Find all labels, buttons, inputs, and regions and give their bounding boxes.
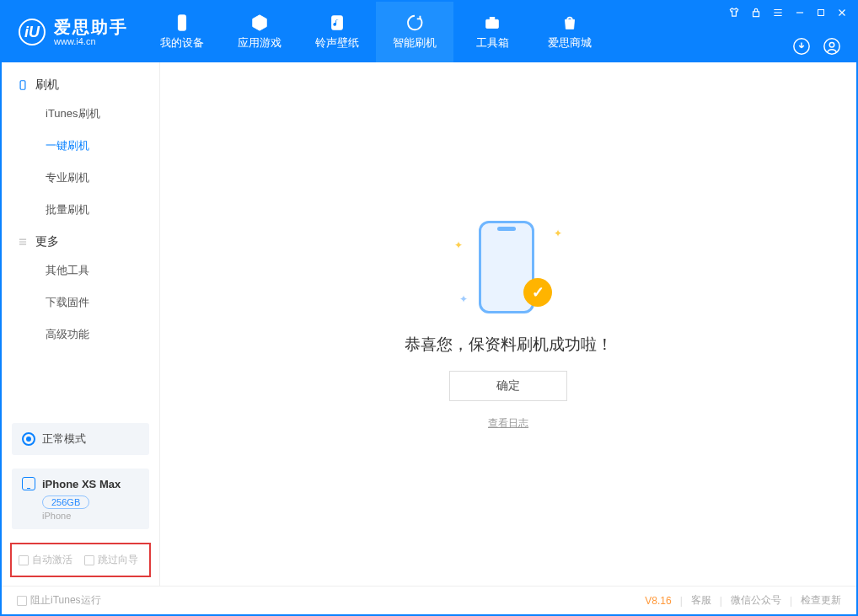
menu-icon[interactable] — [772, 7, 784, 19]
device-name: iPhone XS Max — [42, 478, 121, 490]
svg-rect-5 — [818, 10, 824, 16]
header-action-icons — [792, 37, 848, 56]
svg-rect-2 — [486, 19, 499, 28]
nav-tab-store[interactable]: 爱思商城 — [531, 2, 609, 62]
sidebar-item-pro-flash[interactable]: 专业刷机 — [2, 162, 159, 194]
sidebar-group-title: 刷机 — [35, 78, 59, 93]
sparkle-icon: ✦ — [454, 239, 463, 251]
sidebar: 刷机 iTunes刷机 一键刷机 专业刷机 批量刷机 更多 其他工具 下载固件 … — [2, 62, 160, 586]
nav-tab-ringtones-wallpapers[interactable]: 铃声壁纸 — [298, 2, 376, 62]
nav-tab-apps-games[interactable]: 应用游戏 — [221, 2, 298, 62]
separator: | — [790, 595, 792, 607]
version-label: V8.16 — [645, 595, 671, 607]
svg-rect-3 — [490, 18, 495, 20]
footer-link-support[interactable]: 客服 — [691, 593, 711, 608]
footer-right: V8.16 | 客服 | 微信公众号 | 检查更新 — [645, 593, 841, 608]
view-log-link[interactable]: 查看日志 — [488, 416, 528, 431]
checkbox-label: 阻止iTunes运行 — [30, 593, 101, 608]
ok-button[interactable]: 确定 — [449, 371, 567, 401]
status-label: 正常模式 — [42, 431, 86, 447]
success-message: 恭喜您，保资料刷机成功啦！ — [405, 334, 613, 356]
footer-left: 阻止iTunes运行 — [17, 593, 101, 608]
lock-icon[interactable] — [750, 7, 762, 19]
device-icon — [22, 477, 35, 490]
maximize-button[interactable] — [816, 7, 826, 19]
svg-rect-1 — [332, 16, 343, 30]
device-type: iPhone — [42, 511, 139, 521]
checkbox-label: 自动激活 — [32, 553, 72, 567]
main-panel: ✦ ✦ ✦ ✓ 恭喜您，保资料刷机成功啦！ 确定 查看日志 — [160, 62, 856, 586]
sparkle-icon: ✦ — [459, 293, 468, 305]
svg-rect-9 — [20, 81, 25, 90]
close-button[interactable] — [836, 7, 848, 19]
nav-tabs: 我的设备 应用游戏 铃声壁纸 智能刷机 工具箱 爱思商城 — [143, 2, 609, 62]
svg-point-7 — [824, 39, 839, 54]
sidebar-item-itunes-flash[interactable]: iTunes刷机 — [2, 98, 159, 130]
separator: | — [720, 595, 722, 607]
success-illustration: ✦ ✦ ✦ ✓ — [449, 217, 567, 319]
separator: | — [680, 595, 683, 607]
app-title: 爱思助手 — [54, 18, 128, 36]
nav-tab-smart-flash[interactable]: 智能刷机 — [376, 2, 453, 62]
music-file-icon — [328, 13, 346, 32]
cube-icon — [250, 13, 269, 32]
checkbox-auto-activate[interactable]: 自动激活 — [19, 553, 72, 567]
nav-label: 工具箱 — [476, 35, 509, 51]
download-circle-icon[interactable] — [792, 37, 811, 56]
sidebar-item-other-tools[interactable]: 其他工具 — [2, 254, 159, 287]
toolbox-icon — [483, 13, 501, 32]
app-window: iU 爱思助手 www.i4.cn 我的设备 应用游戏 铃声壁纸 智能刷机 — [0, 0, 858, 616]
nav-label: 我的设备 — [160, 35, 204, 51]
sparkle-icon: ✦ — [554, 228, 562, 239]
refresh-shield-icon — [405, 13, 424, 32]
sidebar-item-oneclick-flash[interactable]: 一键刷机 — [2, 130, 159, 162]
nav-label: 爱思商城 — [548, 35, 592, 51]
sidebar-group-title: 更多 — [35, 234, 59, 249]
svg-rect-4 — [753, 12, 759, 17]
sidebar-scroll: 刷机 iTunes刷机 一键刷机 专业刷机 批量刷机 更多 其他工具 下载固件 … — [2, 62, 159, 416]
device-info-card[interactable]: iPhone XS Max 256GB iPhone — [12, 469, 149, 529]
device-capacity-badge: 256GB — [42, 495, 89, 509]
bag-icon — [560, 13, 579, 32]
list-icon — [17, 236, 29, 248]
checkbox-block-itunes[interactable]: 阻止iTunes运行 — [17, 593, 101, 608]
nav-label: 智能刷机 — [393, 35, 437, 51]
sidebar-item-batch-flash[interactable]: 批量刷机 — [2, 194, 159, 226]
device-mode-status[interactable]: 正常模式 — [12, 423, 149, 455]
app-body: 刷机 iTunes刷机 一键刷机 专业刷机 批量刷机 更多 其他工具 下载固件 … — [2, 62, 856, 586]
nav-tab-my-device[interactable]: 我的设备 — [143, 2, 221, 62]
sidebar-group-more: 更多 — [2, 226, 159, 254]
app-header: iU 爱思助手 www.i4.cn 我的设备 应用游戏 铃声壁纸 智能刷机 — [2, 2, 856, 62]
user-circle-icon[interactable] — [823, 37, 841, 56]
app-footer: 阻止iTunes运行 V8.16 | 客服 | 微信公众号 | 检查更新 — [2, 586, 856, 614]
phone-outline-icon — [17, 79, 29, 91]
status-dot-icon — [22, 432, 35, 446]
checkbox-icon — [17, 596, 27, 606]
svg-point-8 — [829, 42, 834, 47]
app-logo: iU 爱思助手 www.i4.cn — [2, 2, 143, 62]
checkbox-label: 跳过向导 — [98, 553, 138, 567]
footer-link-wechat[interactable]: 微信公众号 — [731, 593, 781, 608]
sidebar-item-advanced[interactable]: 高级功能 — [2, 319, 159, 351]
checkbox-icon — [84, 555, 94, 565]
nav-label: 铃声壁纸 — [315, 35, 359, 51]
header-right — [728, 2, 848, 62]
logo-badge-icon: iU — [19, 19, 46, 46]
tshirt-icon[interactable] — [728, 7, 740, 19]
logo-text: 爱思助手 www.i4.cn — [54, 18, 128, 46]
window-controls — [728, 7, 848, 19]
device-name-row: iPhone XS Max — [22, 477, 139, 490]
app-subtitle: www.i4.cn — [54, 36, 128, 46]
minimize-button[interactable] — [794, 7, 806, 19]
nav-label: 应用游戏 — [238, 35, 282, 51]
nav-tab-toolbox[interactable]: 工具箱 — [453, 2, 531, 62]
sidebar-group-flash: 刷机 — [2, 69, 159, 98]
svg-rect-0 — [178, 15, 185, 30]
checkbox-icon — [19, 555, 29, 565]
sidebar-item-download-firmware[interactable]: 下载固件 — [2, 287, 159, 319]
bottom-options-highlighted: 自动激活 跳过向导 — [10, 543, 151, 577]
check-badge-icon: ✓ — [523, 278, 552, 307]
phone-icon — [173, 13, 191, 32]
checkbox-skip-wizard[interactable]: 跳过向导 — [84, 553, 138, 567]
footer-link-check-update[interactable]: 检查更新 — [801, 593, 841, 608]
